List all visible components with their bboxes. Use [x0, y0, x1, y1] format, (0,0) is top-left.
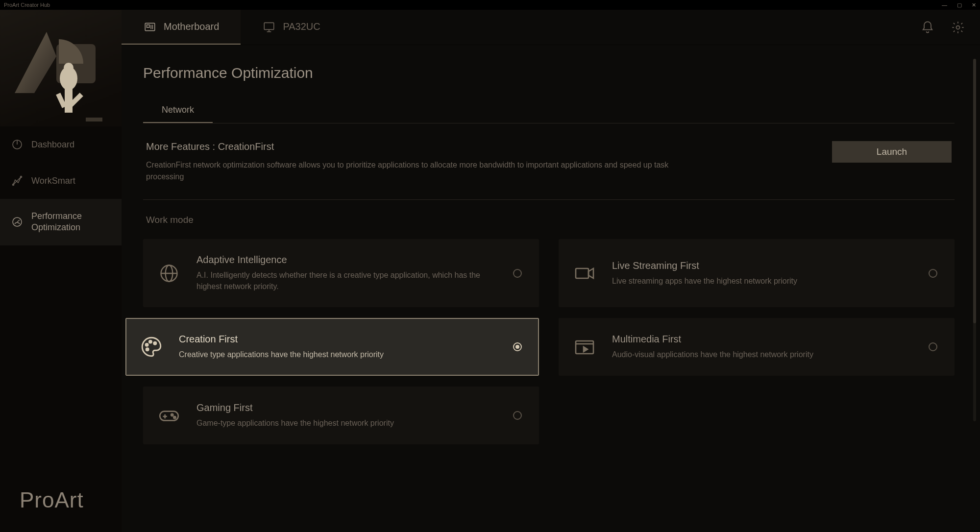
launch-button[interactable]: Launch	[832, 141, 952, 163]
sidebar-nav: Dashboard WorkSmart Performance Optimiza…	[0, 126, 122, 245]
mode-card-creation-first[interactable]: Creation First Creative type application…	[125, 318, 539, 376]
svg-rect-23	[576, 268, 588, 278]
app-window: ProArt Creator Hub — ▢ ✕	[0, 0, 980, 532]
mode-text: Multimedia First Audio-visual applicatio…	[612, 334, 915, 360]
motherboard-icon	[143, 20, 157, 34]
window-title: ProArt Creator Hub	[4, 2, 50, 8]
mode-title: Adaptive Intelligence	[196, 254, 499, 266]
topbar-actions	[919, 10, 966, 45]
svg-point-19	[956, 25, 960, 29]
mode-title: Multimedia First	[612, 334, 915, 345]
mode-title: Creation First	[179, 334, 499, 345]
topbar: Motherboard PA32UC	[122, 10, 980, 45]
device-tab-label: Motherboard	[164, 21, 219, 32]
window-titlebar: ProArt Creator Hub — ▢ ✕	[0, 0, 980, 10]
sidebar-item-label: Dashboard	[31, 140, 74, 150]
sidebar-item-dashboard[interactable]: Dashboard	[0, 126, 122, 163]
window-buttons: — ▢ ✕	[942, 2, 976, 8]
mode-radio[interactable]	[929, 269, 937, 278]
minimize-button[interactable]: —	[942, 2, 947, 8]
svg-point-35	[173, 416, 175, 418]
sidebar-item-label: Performance Optimization	[31, 211, 111, 234]
mode-desc: Audio-visual applications have the highe…	[612, 349, 915, 360]
mode-card-gaming-first[interactable]: Gaming First Game-type applications have…	[143, 387, 539, 444]
mode-text: Live Streaming First Live streaming apps…	[612, 260, 915, 287]
svg-point-24	[146, 344, 148, 346]
main-pane: Motherboard PA32UC	[122, 10, 980, 532]
worksmart-icon	[11, 174, 24, 187]
svg-point-26	[154, 342, 156, 345]
notifications-button[interactable]	[919, 19, 936, 36]
work-mode-grid: Adaptive Intelligence A.I. Intelligently…	[143, 239, 955, 444]
mode-desc: A.I. Intelligently detects whether there…	[196, 269, 499, 292]
device-tabs: Motherboard PA32UC	[122, 10, 342, 45]
svg-rect-13	[147, 24, 149, 27]
mode-desc: Live streaming apps have the highest net…	[612, 275, 915, 287]
svg-marker-0	[15, 32, 56, 93]
settings-button[interactable]	[950, 19, 966, 36]
device-tab-monitor[interactable]: PA32UC	[241, 10, 342, 45]
svg-rect-7	[86, 118, 102, 121]
svg-marker-30	[584, 347, 588, 352]
mode-card-adaptive-intelligence[interactable]: Adaptive Intelligence A.I. Intelligently…	[143, 239, 539, 307]
performance-icon	[11, 216, 24, 228]
scrollbar-thumb[interactable]	[973, 59, 976, 323]
maximize-button[interactable]: ▢	[957, 2, 962, 8]
mode-radio[interactable]	[513, 411, 522, 420]
feature-description: CreationFirst network optimization softw…	[146, 159, 685, 183]
mode-text: Adaptive Intelligence A.I. Intelligently…	[196, 254, 499, 292]
content-area: Performance Optimization Network More Fe…	[122, 45, 980, 532]
brand-logo: ProArt	[0, 488, 122, 532]
hero-illustration	[0, 10, 122, 126]
mode-text: Gaming First Game-type applications have…	[196, 402, 499, 429]
svg-rect-16	[265, 23, 274, 29]
dashboard-icon	[11, 138, 24, 151]
sidebar-item-performance-optimization[interactable]: Performance Optimization	[0, 199, 122, 245]
mode-text: Creation First Creative type application…	[179, 334, 499, 360]
svg-rect-31	[160, 411, 178, 421]
svg-point-6	[64, 63, 74, 73]
svg-point-25	[149, 340, 151, 343]
mode-card-live-streaming-first[interactable]: Live Streaming First Live streaming apps…	[559, 239, 955, 307]
mode-desc: Game-type applications have the highest …	[196, 417, 499, 429]
page-title: Performance Optimization	[143, 65, 955, 81]
sidebar-item-worksmart[interactable]: WorkSmart	[0, 163, 122, 199]
device-tab-label: PA32UC	[283, 21, 320, 32]
monitor-icon	[262, 20, 276, 34]
video-camera-icon	[571, 260, 598, 287]
device-tab-motherboard[interactable]: Motherboard	[122, 10, 241, 45]
sub-tabs: Network	[143, 99, 955, 123]
feature-title: More Features : CreationFirst	[146, 141, 812, 152]
sidebar: Dashboard WorkSmart Performance Optimiza…	[0, 10, 122, 532]
scrollbar[interactable]	[973, 59, 976, 421]
mode-title: Gaming First	[196, 402, 499, 413]
svg-point-27	[146, 348, 148, 351]
work-mode-label: Work mode	[143, 215, 955, 225]
gamepad-icon	[155, 402, 183, 429]
mode-title: Live Streaming First	[612, 260, 915, 271]
sub-tab-network[interactable]: Network	[143, 99, 213, 123]
mode-radio[interactable]	[513, 342, 522, 351]
feature-section: More Features : CreationFirst CreationFi…	[143, 141, 955, 200]
svg-point-34	[171, 414, 173, 416]
palette-icon	[138, 333, 165, 361]
mode-desc: Creative type applications have the high…	[179, 349, 499, 360]
mode-radio[interactable]	[513, 269, 522, 278]
sub-tab-label: Network	[162, 105, 194, 115]
mode-card-multimedia-first[interactable]: Multimedia First Audio-visual applicatio…	[559, 318, 955, 376]
mode-radio[interactable]	[929, 342, 937, 351]
close-button[interactable]: ✕	[972, 2, 976, 8]
globe-icon	[155, 260, 183, 287]
svg-rect-3	[65, 88, 73, 113]
media-player-icon	[571, 333, 598, 361]
feature-text: More Features : CreationFirst CreationFi…	[146, 141, 812, 183]
sidebar-item-label: WorkSmart	[31, 176, 75, 186]
